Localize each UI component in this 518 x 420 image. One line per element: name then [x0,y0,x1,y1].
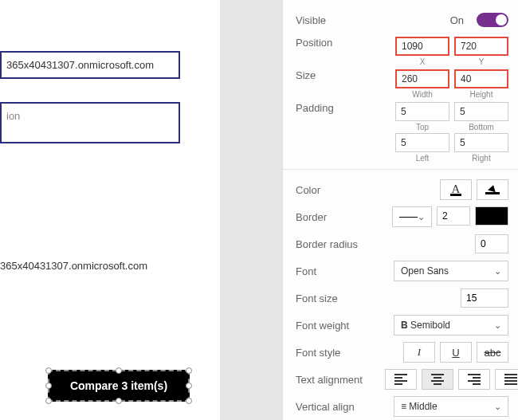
compare-button-label: Compare 3 item(s) [70,379,167,392]
font-weight-label: Font weight [296,320,385,332]
padding-right-input[interactable] [454,133,508,152]
canvas-area: 365x40431307.onmicrosoft.com ion 365x404… [0,0,220,420]
canvas-gutter [220,0,282,420]
prop-vertical-align: Vertical align ≡ Middle ⌄ [296,394,508,418]
fill-icon [485,185,500,194]
sel-handle-bc[interactable] [116,398,122,404]
prop-color: Color A [296,178,508,202]
visible-state: On [450,14,464,26]
valign-icon: ≡ [401,401,406,412]
prop-font-size: Font size [296,286,508,310]
font-dropdown[interactable]: Open Sans ⌄ [394,261,508,281]
position-y-sublabel: Y [479,57,485,66]
underline-button[interactable]: U [440,342,472,363]
properties-panel: Visible On Position X Y Size Width [282,0,518,420]
prop-font: Font Open Sans ⌄ [296,259,508,283]
align-center-button[interactable] [422,369,453,390]
align-justify-button[interactable] [495,369,518,390]
font-weight-dropdown[interactable]: B Semibold ⌄ [394,315,508,336]
font-value: Open Sans [401,265,449,277]
bold-icon: B [401,320,408,331]
padding-label: Padding [296,102,385,114]
position-label: Position [296,37,385,49]
position-x-sublabel: X [420,57,426,66]
font-color-button[interactable]: A [440,179,472,200]
prop-text-align: Text alignment [296,367,508,391]
sel-handle-ml[interactable] [45,383,52,389]
border-width-input[interactable] [437,206,470,226]
padding-top-sublabel: Top [416,123,429,131]
italic-icon: I [418,346,421,359]
position-y-input[interactable] [454,37,508,56]
chevron-down-icon: ⌄ [418,212,425,222]
padding-top-input[interactable] [395,102,449,121]
sel-handle-bl[interactable] [45,398,52,404]
divider [283,169,518,170]
italic-button[interactable]: I [403,342,435,363]
visible-toggle[interactable] [477,13,508,27]
vertical-align-label: Vertical align [296,401,385,413]
chevron-down-icon: ⌄ [494,266,501,277]
visible-label: Visible [296,14,385,26]
vertical-align-value: Middle [409,401,437,412]
align-left-button[interactable] [385,369,417,390]
font-weight-value: Semibold [410,320,450,331]
align-justify-icon [504,374,517,385]
size-width-input[interactable] [395,69,449,88]
strikethrough-icon: abc [485,347,501,359]
prop-font-weight: Font weight B Semibold ⌄ [296,313,508,337]
padding-bottom-sublabel: Bottom [469,123,494,131]
border-radius-label: Border radius [296,238,385,250]
text-align-label: Text alignment [296,374,385,386]
sel-handle-tr[interactable] [186,367,192,374]
font-size-label: Font size [296,292,385,304]
prop-visible: Visible On [296,8,508,32]
size-height-sublabel: Height [470,90,493,99]
compare-button[interactable]: Compare 3 item(s) [48,370,190,402]
email-display-2: 365x40431307.onmicrosoft.com [0,260,147,272]
text-input-box[interactable]: ion [0,102,180,143]
color-label: Color [296,184,385,196]
line-icon [399,217,418,218]
strikethrough-button[interactable]: abc [477,342,508,363]
font-style-label: Font style [296,347,385,359]
align-right-button[interactable] [458,369,490,390]
padding-bottom-input[interactable] [454,102,508,121]
prop-padding-2: Left Right [296,133,508,163]
padding-left-input[interactable] [395,133,449,152]
border-radius-input[interactable] [475,234,508,253]
border-style-dropdown[interactable]: ⌄ [392,206,432,227]
sel-handle-tc[interactable] [116,367,122,374]
border-color-swatch[interactable] [475,206,508,226]
prop-size: Size Width Height [296,69,508,99]
sel-handle-mr[interactable] [186,383,192,389]
prop-font-style: Font style I U abc [296,340,508,364]
underline-icon: U [452,347,459,359]
padding-right-sublabel: Right [472,154,490,163]
chevron-down-icon: ⌄ [494,320,501,331]
fill-color-button[interactable] [477,179,508,200]
size-width-sublabel: Width [412,90,433,99]
font-size-input[interactable] [461,289,508,308]
sel-handle-br[interactable] [186,398,192,404]
prop-border: Border ⌄ [296,205,508,229]
font-color-icon: A [450,184,462,196]
size-height-input[interactable] [454,69,508,88]
sel-handle-tl[interactable] [45,367,52,374]
vertical-align-dropdown[interactable]: ≡ Middle ⌄ [394,396,508,417]
size-label: Size [296,69,385,81]
align-center-icon [431,374,444,385]
prop-position: Position X Y [296,37,508,66]
border-label: Border [296,211,385,223]
prop-padding: Padding Top Bottom [296,102,508,131]
position-x-input[interactable] [395,37,449,56]
email-display-1: 365x40431307.onmicrosoft.com [0,51,180,79]
prop-border-radius: Border radius [296,232,508,256]
font-label: Font [296,265,385,277]
align-left-icon [394,374,407,385]
chevron-down-icon: ⌄ [494,402,501,412]
padding-left-sublabel: Left [416,154,430,163]
align-right-icon [468,374,481,385]
